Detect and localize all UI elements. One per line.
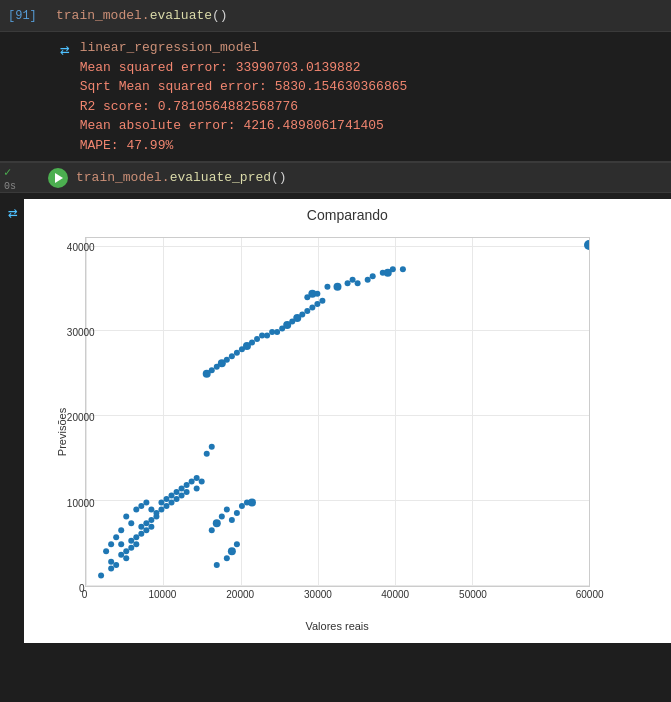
x-axis-label: Valores reais: [85, 620, 590, 632]
svg-point-17: [148, 517, 154, 523]
cell-1-output: ⇄ linear_regression_model Mean squared e…: [0, 32, 671, 161]
svg-point-20: [158, 506, 164, 512]
svg-point-45: [103, 548, 109, 554]
model-name: linear_regression_model: [80, 38, 408, 58]
svg-point-63: [223, 357, 229, 363]
svg-point-95: [389, 266, 395, 272]
svg-point-49: [229, 517, 235, 523]
svg-point-58: [223, 555, 229, 561]
svg-point-11: [133, 541, 139, 547]
timer-label: 0s: [4, 181, 16, 192]
svg-point-65: [234, 350, 240, 356]
metric-0: Mean squared error: 33990703.0139882: [80, 58, 408, 78]
svg-point-25: [168, 499, 174, 505]
svg-point-85: [314, 291, 320, 297]
svg-point-51: [239, 503, 245, 509]
svg-point-64: [229, 353, 235, 359]
svg-point-37: [128, 520, 134, 526]
x-tick-0: 0: [82, 589, 88, 600]
svg-point-7: [123, 548, 129, 554]
chart-container: Previsões: [30, 227, 600, 637]
cell-1-fn: evaluate: [150, 8, 212, 23]
cell-1-header: [91] train_model.evaluate(): [0, 0, 671, 32]
svg-point-50: [234, 510, 240, 516]
svg-point-98: [202, 370, 210, 378]
y-axis-label: Previsões: [56, 408, 68, 456]
svg-point-0: [98, 573, 104, 579]
svg-point-36: [123, 513, 129, 519]
svg-point-60: [234, 541, 240, 547]
svg-point-22: [163, 496, 169, 502]
cell-1-output-content: ⇄ linear_regression_model Mean squared e…: [60, 38, 663, 155]
svg-point-47: [218, 513, 224, 519]
cell-2-fn: evaluate_pred: [170, 170, 271, 185]
x-tick-40k: 40000: [381, 589, 409, 600]
cell-2-code-prefix: train_model.: [76, 170, 170, 185]
svg-point-71: [264, 332, 270, 338]
cell-2-header: ✓ 0s train_model.evaluate_pred(): [0, 161, 671, 193]
svg-point-42: [118, 527, 124, 533]
svg-point-26: [173, 489, 179, 495]
svg-point-4: [118, 552, 124, 558]
chart-wrapper: Comparando Previsões: [24, 199, 671, 643]
metric-1: Sqrt Mean squared error: 5830.1546303668…: [80, 77, 408, 97]
svg-point-24: [168, 493, 174, 499]
svg-point-81: [314, 301, 320, 307]
cell-2-output: ⇄ Comparando Previsões: [0, 193, 671, 649]
cell-1-output-text: linear_regression_model Mean squared err…: [80, 38, 408, 155]
svg-point-13: [138, 524, 144, 530]
svg-point-48: [223, 506, 229, 512]
svg-point-90: [354, 280, 360, 286]
svg-point-92: [369, 273, 375, 279]
svg-point-10: [133, 534, 139, 540]
svg-point-21: [158, 499, 164, 505]
cell-1-suffix: (): [212, 8, 228, 23]
svg-point-39: [138, 503, 144, 509]
x-tick-60k: 60000: [576, 589, 604, 600]
svg-point-29: [178, 493, 184, 499]
svg-point-28: [178, 486, 184, 492]
cell-2-suffix: (): [271, 170, 287, 185]
cell-1-code: train_model.evaluate(): [56, 8, 228, 23]
svg-point-57: [213, 562, 219, 568]
svg-point-15: [143, 520, 149, 526]
svg-point-8: [128, 545, 134, 551]
swap-icon-1: ⇄: [60, 40, 70, 60]
swap-icon-2: ⇄: [8, 203, 18, 223]
x-tick-50k: 50000: [459, 589, 487, 600]
svg-point-99: [584, 240, 589, 250]
cell-1-block: [91] train_model.evaluate() ⇄ linear_reg…: [0, 0, 671, 161]
svg-point-54: [208, 527, 214, 533]
svg-point-53: [248, 498, 256, 506]
metric-2: R2 score: 0.7810564882568776: [80, 97, 408, 117]
svg-point-27: [173, 496, 179, 502]
svg-point-6: [123, 555, 129, 561]
svg-point-91: [364, 277, 370, 283]
cell-1-number: [91]: [8, 9, 48, 23]
metric-3: Mean absolute error: 4216.4898061741405: [80, 116, 408, 136]
svg-point-79: [304, 308, 310, 314]
chart-title: Comparando: [30, 207, 665, 223]
svg-point-3: [113, 562, 119, 568]
svg-point-88: [344, 280, 350, 286]
svg-point-2: [108, 559, 114, 565]
svg-point-9: [128, 538, 134, 544]
svg-point-55: [203, 451, 209, 457]
svg-point-59: [228, 547, 236, 555]
svg-point-78: [299, 312, 305, 318]
svg-point-96: [400, 266, 406, 272]
svg-point-16: [148, 524, 154, 530]
chart-inner: [85, 237, 590, 587]
x-ticks: 0 10000 20000 30000 40000 50000 60000: [85, 589, 590, 609]
scatter-svg: [86, 238, 589, 586]
svg-point-30: [183, 489, 189, 495]
svg-point-69: [254, 336, 260, 342]
svg-point-46: [212, 519, 220, 527]
svg-point-44: [108, 541, 114, 547]
x-tick-10k: 10000: [149, 589, 177, 600]
svg-point-68: [249, 339, 255, 345]
run-button[interactable]: [48, 168, 68, 188]
svg-point-35: [198, 479, 204, 485]
checkmark-icon: ✓: [4, 165, 11, 180]
cell-1-code-prefix: train_model.: [56, 8, 150, 23]
